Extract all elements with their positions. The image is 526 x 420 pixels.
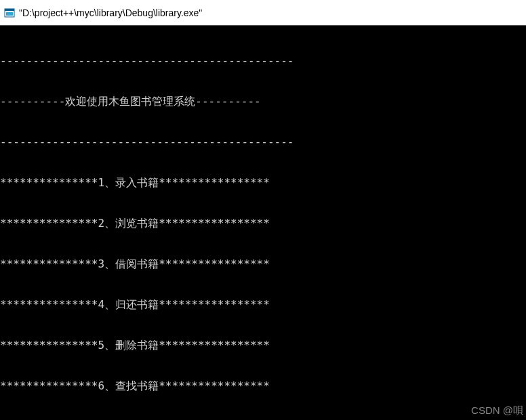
welcome-line: ----------欢迎使用木鱼图书管理系统---------- [0, 95, 526, 108]
svg-rect-1 [5, 9, 14, 11]
divider-line: ----------------------------------------… [0, 54, 526, 68]
window-titlebar: "D:\project++\myc\library\Debug\library.… [0, 0, 526, 26]
app-icon [4, 7, 15, 18]
menu-item: ***************5、删除书籍***************** [0, 339, 526, 352]
menu-item: ***************6、查找书籍***************** [0, 379, 526, 393]
window-title: "D:\project++\myc\library\Debug\library.… [19, 7, 202, 18]
menu-item: ***************2、浏览书籍***************** [0, 217, 526, 230]
console-output[interactable]: ----------------------------------------… [0, 26, 526, 420]
watermark: CSDN @唄 [471, 404, 523, 417]
divider-line: ----------------------------------------… [0, 135, 526, 149]
menu-item: ***************4、归还书籍***************** [0, 298, 526, 312]
svg-rect-2 [6, 12, 13, 16]
menu-item: ***************3、借阅书籍***************** [0, 257, 526, 271]
menu-item: ***************1、录入书籍***************** [0, 176, 526, 190]
